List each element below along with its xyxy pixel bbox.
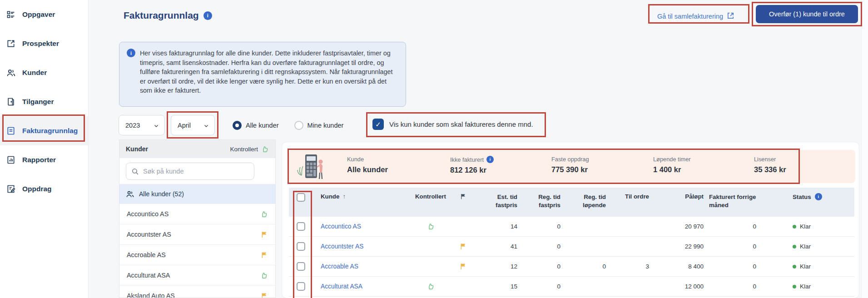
- thumbs-up-icon: [260, 272, 268, 279]
- ikke-fakturert-info-icon[interactable]: i: [486, 156, 494, 163]
- info-banner-icon: i: [127, 49, 135, 57]
- status-text: Klar: [800, 283, 811, 290]
- thumbs-up-icon: [427, 223, 435, 230]
- flag-icon: [260, 231, 268, 238]
- thumbs-up-icon: [427, 283, 435, 290]
- status-dot: [793, 245, 796, 248]
- customer-link[interactable]: Accountico AS: [321, 223, 361, 230]
- sidebar-item-fakturagrunnlag[interactable]: Fakturagrunnlag: [0, 116, 88, 145]
- customer-name: Aksland Auto AS: [127, 292, 175, 298]
- customer-link[interactable]: Acculturat ASA: [321, 283, 362, 290]
- palopt-value: 12 000: [652, 283, 706, 290]
- radio-mine-kunder[interactable]: Mine kunder: [294, 121, 344, 130]
- stat-label: Lisenser: [754, 156, 776, 163]
- sidebar-item-oppdrag[interactable]: Oppdrag: [0, 174, 88, 204]
- column-header-kontrollert[interactable]: Kontrollert: [410, 193, 451, 200]
- radio-alle-kunder[interactable]: Alle kunder: [233, 121, 279, 130]
- column-header-label: Status: [793, 194, 811, 200]
- sidebar-item-rapporter[interactable]: Rapporter: [0, 145, 88, 174]
- reg-tid-lopende-value: 0: [563, 263, 609, 270]
- customer-list-panel: Kunder Kontrollert Alle kunder (52) Acco…: [119, 139, 276, 298]
- row-checkbox[interactable]: [297, 222, 305, 231]
- customer-search-input[interactable]: [143, 168, 243, 175]
- palopt-value: 22 990: [652, 243, 706, 250]
- est-tid-fastpris-value: 15: [475, 283, 520, 290]
- column-header-est-tid-fastpris[interactable]: Est. tid fastpris: [475, 193, 520, 209]
- invoice-icon: [6, 126, 16, 136]
- scrollbar[interactable]: [861, 0, 868, 298]
- row-checkbox[interactable]: [297, 282, 305, 291]
- column-header-reg-tid-lopende[interactable]: Reg. tid løpende: [563, 193, 609, 209]
- calculator-illustration: [297, 152, 332, 184]
- summary-stat-ikke-fakturert: Ikke fakturerti 812 126 kr: [450, 156, 494, 174]
- stat-value: 775 390 kr: [551, 165, 589, 174]
- radio-unselected-icon: [294, 121, 303, 130]
- thumbs-up-icon: [261, 145, 269, 153]
- customer-list-item[interactable]: Accountster AS: [119, 224, 275, 244]
- sort-ascending-icon: ↑: [342, 193, 346, 200]
- sidebar-item-label: Oppgaver: [22, 10, 55, 19]
- year-select[interactable]: 2023: [119, 115, 165, 135]
- title-info-icon[interactable]: i: [203, 11, 212, 20]
- customer-list-item[interactable]: Acculturat ASA: [119, 265, 275, 285]
- customer-name: Accountico AS: [127, 210, 169, 218]
- month-select[interactable]: April: [171, 115, 215, 135]
- column-header-fakturert-forrige[interactable]: Fakturert forrige måned: [706, 193, 765, 209]
- overfor-til-ordre-button[interactable]: Overfør (1) kunde til ordre: [756, 5, 858, 23]
- column-header-til-ordre[interactable]: Til ordre: [609, 193, 652, 200]
- stat-label: Kunde: [347, 156, 364, 163]
- status-text: Klar: [800, 243, 811, 250]
- customer-link[interactable]: Accountster AS: [321, 243, 363, 250]
- flag-icon: [260, 251, 268, 259]
- samlefakturering-link[interactable]: Gå til samlefakturering: [657, 12, 734, 21]
- radio-alle-kunder-label: Alle kunder: [246, 122, 279, 129]
- status-dot: [793, 285, 796, 288]
- select-all-checkbox[interactable]: [297, 193, 305, 202]
- column-header-reg-tid-fastpris[interactable]: Reg. tid fastpris: [520, 193, 563, 209]
- customer-scope-radios: Alle kunder Mine kunder: [233, 115, 343, 135]
- prospects-icon: [6, 39, 16, 49]
- sidebar-item-kunder[interactable]: Kunder: [0, 58, 88, 87]
- customer-list-item[interactable]: Accountico AS: [119, 204, 275, 224]
- door-icon: [6, 97, 16, 107]
- checkbox-checked-icon[interactable]: ✓: [372, 119, 384, 130]
- sidebar-item-label: Rapporter: [22, 156, 56, 164]
- column-header-kunde[interactable]: Kunde ↑: [312, 193, 410, 200]
- sidebar-item-label: Kunder: [22, 69, 47, 77]
- info-banner-text: Her vises fakturagrunnlag for alle dine …: [140, 49, 397, 100]
- stat-label: Ikke fakturert: [450, 156, 484, 163]
- column-header-flag[interactable]: [451, 193, 475, 200]
- customer-name: Accroable AS: [127, 251, 166, 258]
- sidebar-item-prospekter[interactable]: Prospekter: [0, 29, 88, 58]
- fakturert-forrige-value: 0: [706, 223, 781, 230]
- sidebar-item-oppgaver[interactable]: Oppgaver: [0, 0, 88, 29]
- sidebar: Oppgaver Prospekter Kunder Tilganger Fak…: [0, 0, 89, 298]
- reg-tid-fastpris-value: 0: [520, 283, 563, 290]
- status-info-icon[interactable]: i: [815, 193, 822, 200]
- stat-label: Faste oppdrag: [551, 156, 589, 163]
- kontrollert-label: Kontrollert: [230, 146, 258, 153]
- show-only-billable-checkbox-row[interactable]: ✓ Vis kun kunder som skal faktureres den…: [372, 119, 533, 130]
- page-title: Fakturagrunnlag i: [124, 10, 212, 21]
- column-header-palopt[interactable]: Påløpt: [652, 193, 706, 200]
- reg-tid-fastpris-value: 0: [520, 263, 563, 270]
- row-checkbox[interactable]: [297, 242, 305, 251]
- stat-value: 812 126 kr: [450, 166, 494, 174]
- reg-tid-fastpris-value: 0: [520, 243, 563, 250]
- invoice-basis-card: Kunde Alle kunder Ikke fakturerti 812 12…: [282, 142, 859, 298]
- customer-link[interactable]: Accroable AS: [321, 263, 358, 270]
- column-header-status[interactable]: Status i: [781, 193, 854, 200]
- summary-stat-lisenser: Lisenser 35 336 kr: [754, 156, 786, 174]
- customer-list-item[interactable]: Accroable AS: [119, 244, 275, 265]
- customer-search-box[interactable]: [126, 163, 254, 180]
- status-dot: [793, 225, 796, 228]
- est-tid-fastpris-value: 12: [475, 263, 520, 270]
- til-ordre-value: 3: [609, 263, 652, 270]
- all-customers-item[interactable]: Alle kunder (52): [119, 184, 275, 204]
- sidebar-item-tilganger[interactable]: Tilganger: [0, 87, 88, 116]
- customer-list-item[interactable]: Aksland Auto AS: [119, 285, 275, 298]
- chevron-down-icon: [154, 123, 159, 128]
- row-checkbox[interactable]: [297, 262, 305, 271]
- show-only-billable-label: Vis kun kunder som skal faktureres denne…: [389, 120, 533, 128]
- month-select-value: April: [178, 122, 191, 129]
